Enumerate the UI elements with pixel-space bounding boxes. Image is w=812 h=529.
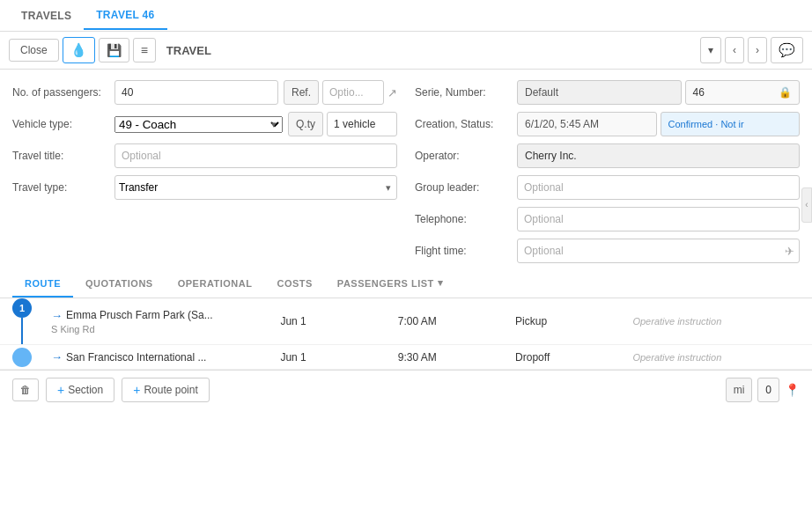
tab-operational[interactable]: OPERATIONAL bbox=[166, 271, 265, 298]
route-instruction-2: Operative instruction bbox=[625, 347, 812, 368]
operator-label: Operator: bbox=[415, 150, 512, 162]
route-num-col-2 bbox=[0, 348, 44, 367]
close-button[interactable]: Close bbox=[9, 39, 59, 62]
delete-button[interactable]: 🗑 bbox=[12, 378, 39, 401]
operator-row: Operator: Cherry Inc. bbox=[415, 143, 800, 168]
qty-group: Q.ty bbox=[288, 112, 397, 136]
collapse-handle[interactable]: ‹ bbox=[801, 187, 812, 223]
group-leader-row: Group leader: bbox=[415, 175, 800, 200]
tab-costs[interactable]: COSTS bbox=[264, 271, 324, 298]
status-badge: Confirmed · Not ir bbox=[661, 112, 801, 136]
lock-icon: 🔒 bbox=[779, 86, 792, 99]
vehicle-label: Vehicle type: bbox=[12, 118, 109, 130]
travel-title-label: Travel title: bbox=[12, 150, 109, 162]
arrow-icon-2: → bbox=[51, 350, 63, 364]
passengers-row: No. of passengers: Ref. ↗ bbox=[12, 80, 397, 105]
route-line bbox=[21, 318, 23, 344]
add-route-button[interactable]: + Route point bbox=[122, 378, 210, 402]
passengers-label: No. of passengers: bbox=[12, 86, 109, 99]
route-time-1: 7:00 AM bbox=[391, 310, 508, 333]
message-button[interactable]: 💬 bbox=[771, 37, 803, 63]
tab-passengers[interactable]: PASSENGERS LIST ▾ bbox=[325, 270, 455, 298]
save-icon: 💾 bbox=[107, 43, 122, 57]
ref-input[interactable] bbox=[322, 80, 384, 105]
hamburger-icon: ≡ bbox=[141, 43, 148, 57]
route-row: 1 → Emma Prusch Farm Park (Sa... S King … bbox=[0, 298, 812, 345]
vehicle-select[interactable]: 49 - Coach bbox=[114, 116, 283, 133]
telephone-label: Telephone: bbox=[415, 213, 512, 225]
mi-value: 0 bbox=[757, 378, 779, 402]
chevron-right-icon: › bbox=[756, 44, 759, 56]
save-button[interactable]: 💾 bbox=[99, 38, 129, 62]
travel-type-label: Travel type: bbox=[12, 181, 109, 194]
plus-icon-route: + bbox=[133, 383, 140, 397]
flight-time-input[interactable] bbox=[517, 239, 800, 263]
tab-travels[interactable]: TRAVELS bbox=[9, 3, 84, 29]
location-name-2: San Francisco International ... bbox=[66, 351, 206, 364]
route-location-1: → Emma Prusch Farm Park (Sa... S King Rd bbox=[44, 304, 273, 340]
group-leader-input[interactable] bbox=[517, 175, 800, 200]
serie-group: Default 46 🔒 bbox=[517, 80, 800, 105]
telephone-input[interactable] bbox=[517, 207, 800, 231]
external-link-icon[interactable]: ↗ bbox=[388, 86, 397, 99]
next-button[interactable]: › bbox=[748, 37, 767, 63]
travel-type-row: Travel type: Transfer bbox=[12, 175, 397, 200]
tab-travel46[interactable]: TRAVEL 46 bbox=[84, 2, 166, 30]
message-icon: 💬 bbox=[779, 42, 795, 58]
dropdown-button[interactable]: ▾ bbox=[700, 37, 721, 63]
route-date-1: Jun 1 bbox=[273, 310, 390, 333]
qty-label: Q.ty bbox=[288, 112, 323, 136]
ref-button[interactable]: Ref. bbox=[284, 80, 319, 105]
flight-time-label: Flight time: bbox=[415, 245, 512, 257]
color-picker-button[interactable]: 💧 bbox=[63, 37, 95, 63]
toolbar: Close 💧 💾 ≡ TRAVEL ▾ ‹ › 💬 bbox=[0, 32, 812, 70]
status-group: 6/1/20, 5:45 AM Confirmed · Not ir bbox=[517, 112, 800, 136]
chevron-down-small-icon: ▾ bbox=[438, 277, 444, 289]
tab-route[interactable]: ROUTE bbox=[12, 271, 73, 298]
section-tabs: ROUTE QUOTATIONS OPERATIONAL COSTS PASSE… bbox=[0, 270, 812, 298]
form-left: No. of passengers: Ref. ↗ Vehicle type: … bbox=[12, 80, 397, 263]
operator-value: Cherry Inc. bbox=[517, 143, 800, 168]
droplet-icon: 💧 bbox=[70, 42, 87, 58]
travel-title-input[interactable] bbox=[114, 143, 397, 168]
plus-icon-section: + bbox=[57, 383, 64, 397]
toolbar-title: TRAVEL bbox=[166, 44, 697, 57]
tab-quotations[interactable]: QUOTATIONS bbox=[73, 271, 166, 298]
travel-title-row: Travel title: bbox=[12, 143, 397, 168]
route-row: → San Francisco International ... Jun 1 … bbox=[0, 345, 812, 370]
prev-button[interactable]: ‹ bbox=[725, 37, 744, 63]
sub-location-1: S King Rd bbox=[51, 324, 266, 334]
serie-default: Default bbox=[517, 80, 682, 105]
bottom-bar: 🗑 + Section + Route point mi 0 📍 bbox=[0, 370, 812, 409]
creation-date: 6/1/20, 5:45 AM bbox=[517, 112, 657, 136]
menu-button[interactable]: ≡ bbox=[133, 38, 156, 62]
chevron-down-icon: ▾ bbox=[708, 44, 713, 56]
add-section-button[interactable]: + Section bbox=[46, 378, 114, 402]
serie-number-row: Serie, Number: Default 46 🔒 bbox=[415, 80, 800, 105]
vehicle-type-row: Vehicle type: 49 - Coach Q.ty bbox=[12, 112, 397, 136]
route-location-2: → San Francisco International ... bbox=[44, 345, 273, 369]
serie-label: Serie, Number: bbox=[415, 86, 512, 99]
route-date-2: Jun 1 bbox=[273, 346, 390, 369]
route-type-2: Dropoff bbox=[508, 346, 625, 369]
location-name-1: Emma Prusch Farm Park (Sa... bbox=[66, 309, 213, 321]
route-circle-2 bbox=[12, 348, 32, 367]
trash-icon: 🗑 bbox=[20, 384, 31, 396]
toolbar-right: ▾ ‹ › 💬 bbox=[700, 37, 803, 63]
mi-label: mi bbox=[726, 378, 753, 402]
flight-time-wrapper: ✈ bbox=[517, 239, 800, 263]
airplane-icon: ✈ bbox=[785, 245, 794, 258]
bottom-right: mi 0 📍 bbox=[726, 378, 800, 402]
creation-status-row: Creation, Status: 6/1/20, 5:45 AM Confir… bbox=[415, 112, 800, 136]
location-pin-icon[interactable]: 📍 bbox=[785, 383, 800, 397]
route-circle-1: 1 bbox=[12, 298, 32, 318]
group-leader-label: Group leader: bbox=[415, 181, 512, 194]
travel-type-select[interactable]: Transfer bbox=[114, 175, 397, 200]
route-time-2: 9:30 AM bbox=[391, 346, 508, 369]
vehicle-select-wrapper: 49 - Coach bbox=[114, 116, 283, 133]
route-num-col-1: 1 bbox=[0, 298, 44, 344]
passengers-input[interactable] bbox=[114, 80, 278, 105]
route-instruction-1: Operative instruction bbox=[625, 311, 812, 332]
chevron-left-icon: ‹ bbox=[733, 44, 736, 56]
qty-input[interactable] bbox=[327, 112, 397, 136]
